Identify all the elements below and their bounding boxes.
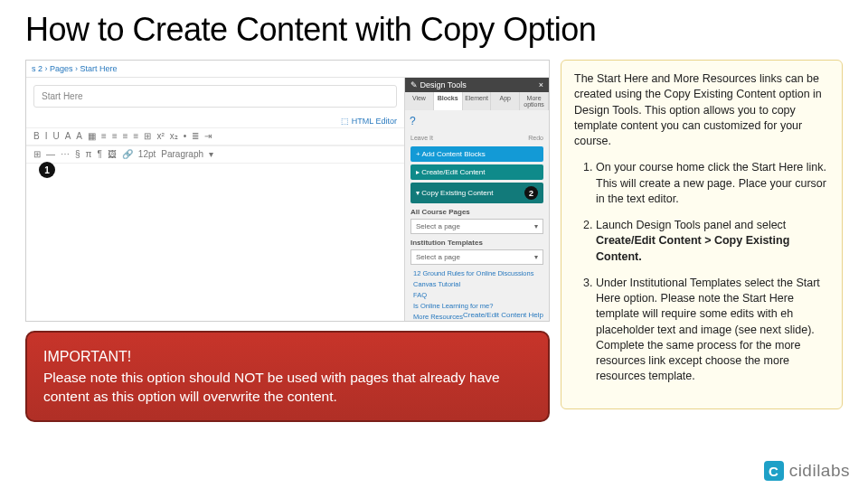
toolbar-icon: ⇥ (204, 132, 212, 141)
copy-existing-label: ▾ Copy Existing Content (416, 189, 493, 197)
toolbar-icon: U (52, 132, 59, 141)
left-column: s 2 › Pages › Start Here Start Here ⬚ HT… (25, 60, 550, 422)
breadcrumb: s 2 › Pages › Start Here (26, 61, 549, 78)
add-content-button: + Add Content Blocks (410, 146, 543, 162)
toolbar-icon: ▦ (88, 132, 96, 141)
editor-toolbar-2: ⊞ — ⋯ § π ¶ 🖼 🔗 12pt Paragraph ▾ (26, 145, 404, 164)
editor-area: Start Here ⬚ HTML Editor B I U A A ▦ ≡ ≡… (26, 78, 404, 322)
toolbar-icon: Paragraph (161, 150, 203, 159)
toolbar-icon: 12pt (138, 150, 156, 159)
instruction-step: Under Institutional Templates select the… (596, 276, 829, 385)
callout-bubble-2: 2 (524, 186, 538, 200)
toolbar-icon: ≡ (134, 132, 139, 141)
important-title: IMPORTANT! (43, 347, 532, 367)
toolbar-icon: ¶ (97, 150, 101, 159)
toolbar-icon: — (46, 150, 55, 159)
list-item: Is Online Learning for me? (410, 300, 543, 311)
slide: How to Create Content with Copy Option s… (0, 0, 868, 488)
toolbar-icon: x₂ (170, 132, 178, 141)
toolbar-icon: 🔗 (122, 150, 133, 159)
design-tools-panel: ✎ Design Tools × View Blocks Element App… (404, 78, 549, 322)
panel-title: ✎ Design Tools × (405, 78, 549, 92)
panel-tab: Blocks (434, 92, 463, 110)
toolbar-icon: π (86, 150, 92, 159)
logo-mark: C (764, 461, 784, 481)
institution-select: Select a page▾ (410, 249, 543, 265)
slide-title: How to Create Content with Copy Option (25, 11, 843, 49)
toolbar-icon: • (184, 132, 187, 141)
panel-help-row: Leave It Redo (405, 132, 549, 144)
help-icon: ? (405, 110, 549, 132)
step-pre: Launch Design Tools panel and select (596, 219, 786, 231)
toolbar-icon: A (65, 132, 71, 141)
instructions-intro: The Start Here and More Resources links … (574, 71, 829, 149)
toolbar-icon: A (76, 132, 82, 141)
toolbar-icon: ≡ (123, 132, 128, 141)
institution-templates-header: Institution Templates (410, 239, 543, 247)
list-item: FAQ (410, 289, 543, 300)
list-item: Canvas Tutorial (410, 278, 543, 289)
toolbar-icon: ≡ (101, 132, 107, 141)
help-right: Redo (528, 135, 543, 141)
close-icon: × (539, 80, 543, 89)
panel-tabs: View Blocks Element App More options (405, 92, 549, 110)
select-page-value: Select a page (416, 222, 460, 230)
editor-toolbar: B I U A A ▦ ≡ ≡ ≡ ≡ ⊞ x² x₂ (26, 127, 404, 145)
panel-tab: View (405, 92, 434, 110)
important-callout: IMPORTANT! Please note this option shoul… (25, 331, 550, 422)
panel-title-text: ✎ Design Tools (410, 80, 467, 89)
html-editor-link: ⬚ HTML Editor (26, 115, 404, 127)
toolbar-icon: § (75, 150, 80, 159)
institution-select-value: Select a page (416, 253, 460, 261)
toolbar-icon: 🖼 (108, 150, 117, 159)
toolbar-icon: I (45, 132, 48, 141)
callout-bubble-1: 1 (39, 162, 55, 178)
chevron-down-icon: ▾ (534, 253, 538, 261)
toolbar-icon: ≡ (112, 132, 118, 141)
list-item: 12 Ground Rules for Online Discussions (410, 267, 543, 278)
content-help-link: Create/Edit Content Help (463, 311, 543, 319)
toolbar-icon: x² (156, 132, 164, 141)
all-pages-header: All Course Pages (410, 208, 543, 216)
screenshot-mock: s 2 › Pages › Start Here Start Here ⬚ HT… (25, 60, 550, 322)
page-title-field: Start Here (33, 85, 397, 108)
copy-existing-button: ▾ Copy Existing Content 2 (410, 183, 543, 203)
create-edit-button: ▸ Create/Edit Content (410, 164, 543, 180)
toolbar-icon: ≣ (192, 132, 199, 141)
step-bold: Create/Edit Content > Copy Existing Cont… (596, 234, 789, 262)
panel-tab: App (491, 92, 520, 110)
toolbar-icon: ⊞ (144, 132, 151, 141)
toolbar-icon: B (33, 132, 40, 141)
screenshot-body: Start Here ⬚ HTML Editor B I U A A ▦ ≡ ≡… (26, 78, 549, 322)
help-left: Leave It (410, 135, 433, 141)
content-columns: s 2 › Pages › Start Here Start Here ⬚ HT… (25, 60, 843, 422)
important-body: Please note this option should NOT be us… (43, 369, 532, 407)
cidilabs-logo: C cidilabs (764, 461, 850, 481)
panel-tab: More options (520, 92, 549, 110)
panel-tab: Element (463, 92, 492, 110)
right-column: The Start Here and More Resources links … (561, 60, 843, 422)
select-page-dropdown: Select a page▾ (410, 219, 543, 234)
instruction-step: On your course home click the Start Here… (596, 160, 829, 207)
logo-text: cidilabs (789, 461, 850, 481)
toolbar-icon: ⊞ (33, 150, 41, 159)
toolbar-icon: ⋯ (61, 150, 70, 159)
chevron-down-icon: ▾ (534, 222, 538, 230)
toolbar-icon: ▾ (209, 150, 213, 159)
instructions-list: On your course home click the Start Here… (574, 160, 829, 384)
instruction-step: Launch Design Tools panel and select Cre… (596, 218, 829, 265)
instructions-box: The Start Here and More Resources links … (561, 60, 843, 409)
